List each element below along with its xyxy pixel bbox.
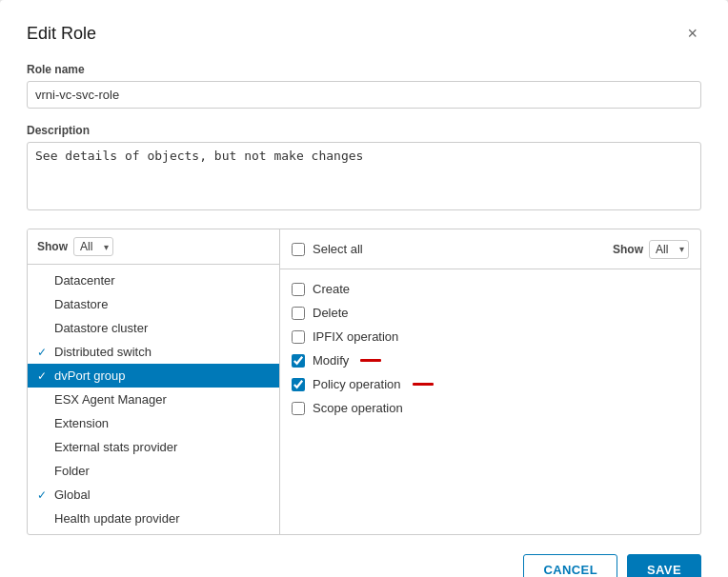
- checkbox-policy-operation[interactable]: [292, 378, 305, 391]
- edit-role-dialog: Edit Role × Role name Description See de…: [0, 0, 728, 577]
- checkbox-create[interactable]: [292, 283, 305, 296]
- right-show-select[interactable]: All: [649, 240, 689, 259]
- checkbox-scope-operation[interactable]: [292, 402, 305, 415]
- right-item-label-policy-operation: Policy operation: [313, 377, 401, 391]
- left-list-item-label: Distributed switch: [54, 345, 152, 359]
- right-list: CreateDeleteIPFIX operationModifyPolicy …: [280, 269, 700, 534]
- left-show-select-wrapper[interactable]: All: [73, 237, 113, 256]
- description-label: Description: [27, 124, 701, 137]
- left-list: DatacenterDatastoreDatastore cluster✓Dis…: [28, 265, 279, 534]
- dialog-header: Edit Role ×: [27, 23, 701, 44]
- left-list-item-label: External stats provider: [54, 440, 177, 454]
- dialog-title: Edit Role: [27, 24, 96, 44]
- left-panel: Show All DatacenterDatastoreDatastore cl…: [28, 229, 280, 534]
- left-show-label: Show: [37, 240, 68, 253]
- right-list-item-ipfix-operation: IPFIX operation: [292, 325, 689, 348]
- role-name-label: Role name: [27, 63, 701, 76]
- panels-container: Show All DatacenterDatastoreDatastore cl…: [27, 229, 701, 535]
- right-show-select-wrapper[interactable]: All: [649, 240, 689, 259]
- left-panel-header: Show All: [28, 229, 279, 265]
- cancel-button[interactable]: CANCEL: [523, 554, 617, 577]
- right-item-label-scope-operation: Scope operation: [313, 401, 403, 415]
- left-list-item-label: Extension: [54, 416, 109, 430]
- left-list-item-esx-agent-manager[interactable]: ESX Agent Manager: [28, 388, 279, 411]
- dialog-footer: CANCEL SAVE: [27, 554, 701, 577]
- right-item-label-delete: Delete: [313, 306, 349, 320]
- role-name-group: Role name: [27, 63, 701, 109]
- right-item-label-create: Create: [313, 282, 350, 296]
- checkbox-modify[interactable]: [292, 354, 305, 368]
- left-list-item-distributed-switch[interactable]: ✓Distributed switch: [28, 340, 279, 364]
- select-all-checkbox[interactable]: [292, 243, 305, 256]
- left-list-item-label: Folder: [54, 464, 90, 478]
- right-show-group: Show All: [613, 240, 689, 259]
- right-list-item-create: Create: [292, 277, 689, 301]
- save-button[interactable]: SAVE: [627, 554, 701, 577]
- checkmark-icon: ✓: [37, 488, 47, 502]
- right-item-label-ipfix-operation: IPFIX operation: [313, 329, 398, 344]
- checkmark-icon: ✓: [37, 369, 47, 383]
- left-list-item-label: dvPort group: [54, 368, 125, 383]
- left-list-item-label: ESX Agent Manager: [54, 392, 167, 407]
- right-show-label: Show: [613, 243, 643, 256]
- right-list-item-delete: Delete: [292, 301, 689, 325]
- right-list-item-policy-operation: Policy operation: [292, 372, 689, 396]
- right-panel-header: Select all Show All: [280, 229, 700, 269]
- left-list-item-datastore-cluster[interactable]: Datastore cluster: [28, 316, 279, 340]
- left-list-item-label: Datacenter: [54, 273, 115, 288]
- left-list-item-dvport-group[interactable]: ✓dvPort group: [28, 364, 279, 388]
- left-list-item-label: Global: [54, 487, 91, 502]
- red-dash-indicator: [413, 383, 434, 386]
- right-list-item-modify: Modify: [292, 348, 689, 372]
- left-list-item-label: Datastore: [54, 297, 108, 311]
- checkbox-ipfix-operation[interactable]: [292, 330, 305, 344]
- left-list-item-external-stats-provider[interactable]: External stats provider: [28, 435, 279, 459]
- red-dash-indicator: [360, 359, 381, 362]
- left-list-item-folder[interactable]: Folder: [28, 459, 279, 483]
- left-list-item-label: Health update provider: [54, 511, 180, 526]
- left-list-item-datacenter[interactable]: Datacenter: [28, 269, 279, 292]
- left-list-item-global[interactable]: ✓Global: [28, 483, 279, 507]
- left-list-item-datastore[interactable]: Datastore: [28, 292, 279, 316]
- left-list-item-label: Datastore cluster: [54, 321, 148, 335]
- right-list-item-scope-operation: Scope operation: [292, 396, 689, 420]
- right-item-label-modify: Modify: [313, 353, 349, 368]
- left-list-item-extension[interactable]: Extension: [28, 411, 279, 435]
- checkmark-icon: ✓: [37, 346, 47, 359]
- checkbox-delete[interactable]: [292, 307, 305, 320]
- role-name-input[interactable]: [27, 81, 701, 109]
- description-input[interactable]: See details of objects, but not make cha…: [27, 142, 701, 210]
- select-all-label: Select all: [313, 242, 363, 256]
- left-show-select[interactable]: All: [73, 237, 113, 256]
- select-all-row: Select all: [292, 237, 363, 261]
- description-group: Description See details of objects, but …: [27, 124, 701, 213]
- close-button[interactable]: ×: [683, 23, 701, 44]
- left-list-item-health-update-provider[interactable]: Health update provider: [28, 507, 279, 530]
- right-panel: Select all Show All CreateDeleteIPFIX op…: [280, 229, 700, 534]
